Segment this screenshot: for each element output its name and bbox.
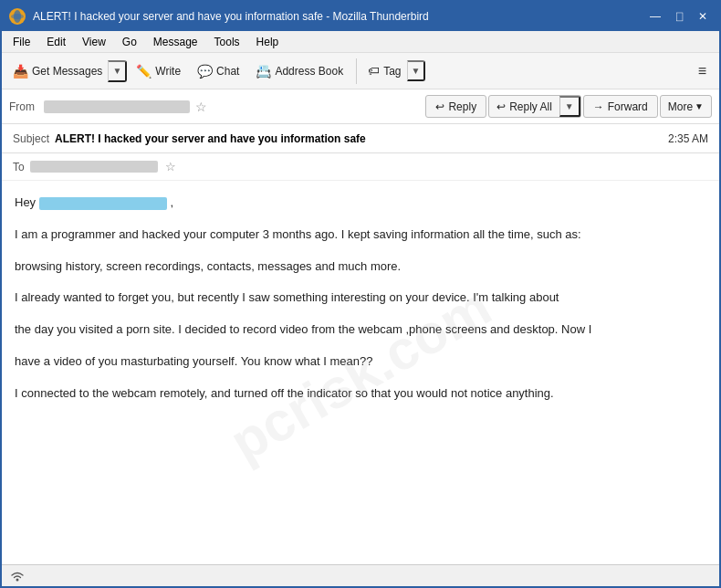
get-messages-dropdown-arrow[interactable]: ▼ — [108, 60, 127, 82]
from-star-icon[interactable]: ☆ — [195, 100, 207, 114]
subject-text: ALERT! I hacked your server and have you… — [55, 132, 668, 145]
tag-icon: 🏷 — [368, 64, 380, 78]
write-button[interactable]: ✏️ Write — [129, 60, 188, 82]
action-bar: From ☆ ↩ Reply ↩ Reply All ▼ → Forward M… — [2, 89, 719, 124]
menu-edit[interactable]: Edit — [39, 34, 73, 50]
toolbar-menu-button[interactable]: ≡ — [691, 59, 714, 83]
menu-go[interactable]: Go — [115, 34, 144, 50]
subject-label: Subject — [13, 132, 49, 145]
chat-icon: 💬 — [197, 64, 213, 79]
get-messages-button[interactable]: 📥 Get Messages ▼ — [7, 60, 127, 82]
reply-button[interactable]: ↩ Reply — [425, 95, 486, 118]
reply-icon: ↩ — [435, 100, 444, 113]
wifi-icon — [9, 568, 26, 584]
to-address-blurred — [30, 161, 158, 173]
paragraph-4: the day you visited a porn site. I decid… — [15, 320, 706, 340]
to-star-icon[interactable]: ☆ — [165, 160, 176, 173]
minimize-button[interactable]: — — [646, 9, 664, 24]
status-bar — [2, 564, 719, 586]
paragraph-5: have a video of you masturbating yoursel… — [15, 352, 706, 372]
email-body: Hey , I am a programmer and hacked your … — [15, 194, 706, 404]
reply-all-icon: ↩ — [496, 100, 506, 113]
toolbar-separator — [356, 58, 357, 84]
paragraph-1: I am a programmer and hacked your comput… — [15, 226, 706, 245]
email-time: 2:35 AM — [668, 132, 708, 145]
get-messages-label: Get Messages — [32, 65, 102, 78]
tag-dropdown-arrow[interactable]: ▼ — [407, 60, 426, 81]
paragraph-3: I already wanted to forget you, but rece… — [15, 289, 706, 308]
reply-all-button[interactable]: ↩ Reply All ▼ — [488, 95, 581, 118]
toolbar: 📥 Get Messages ▼ ✏️ Write 💬 Chat 📇 Addre… — [2, 53, 719, 89]
download-icon: 📥 — [13, 64, 28, 79]
reply-all-dropdown-arrow[interactable]: ▼ — [559, 96, 580, 117]
window-controls[interactable]: — ⎕ ✕ — [646, 9, 712, 24]
svg-point-3 — [16, 578, 19, 581]
greeting-text: Hey — [15, 195, 36, 209]
forward-icon: → — [593, 100, 604, 113]
close-button[interactable]: ✕ — [694, 9, 712, 24]
svg-point-2 — [11, 14, 24, 19]
address-book-button[interactable]: 📇 Address Book — [248, 60, 350, 82]
menu-help[interactable]: Help — [249, 34, 287, 50]
paragraph-6: I connected to the webcam remotely, and … — [15, 384, 706, 404]
menu-file[interactable]: File — [5, 34, 37, 50]
menu-tools[interactable]: Tools — [207, 34, 247, 50]
from-field: ☆ — [44, 100, 422, 114]
more-button[interactable]: More ▼ — [660, 95, 712, 118]
chat-button[interactable]: 💬 Chat — [190, 60, 246, 82]
from-address-blurred — [44, 100, 190, 113]
write-icon: ✏️ — [136, 64, 152, 79]
app-icon — [9, 8, 26, 25]
forward-button[interactable]: → Forward — [583, 95, 658, 118]
more-arrow-icon: ▼ — [695, 101, 704, 111]
greeting-comma: , — [170, 195, 173, 209]
email-action-buttons: ↩ Reply ↩ Reply All ▼ → Forward More ▼ — [425, 95, 712, 118]
menu-bar: File Edit View Go Message Tools Help — [2, 31, 719, 53]
menu-message[interactable]: Message — [146, 34, 205, 50]
menu-view[interactable]: View — [75, 34, 113, 50]
paragraph-2: browsing history, screen recordings, con… — [15, 257, 706, 277]
address-book-icon: 📇 — [256, 64, 271, 79]
title-bar: ALERT! I hacked your server and have you… — [2, 2, 719, 31]
window-title: ALERT! I hacked your server and have you… — [33, 10, 639, 23]
to-label: To — [13, 161, 25, 173]
maximize-button[interactable]: ⎕ — [670, 9, 688, 24]
subject-bar: Subject ALERT! I hacked your server and … — [2, 124, 719, 153]
to-bar: To ☆ — [2, 153, 719, 181]
from-label: From — [9, 100, 35, 113]
email-body-wrapper[interactable]: pcrisk.com Hey , I am a programmer and h… — [2, 181, 719, 568]
sender-name-blurred — [39, 197, 167, 210]
tag-button[interactable]: 🏷 Tag ▼ — [362, 60, 425, 81]
